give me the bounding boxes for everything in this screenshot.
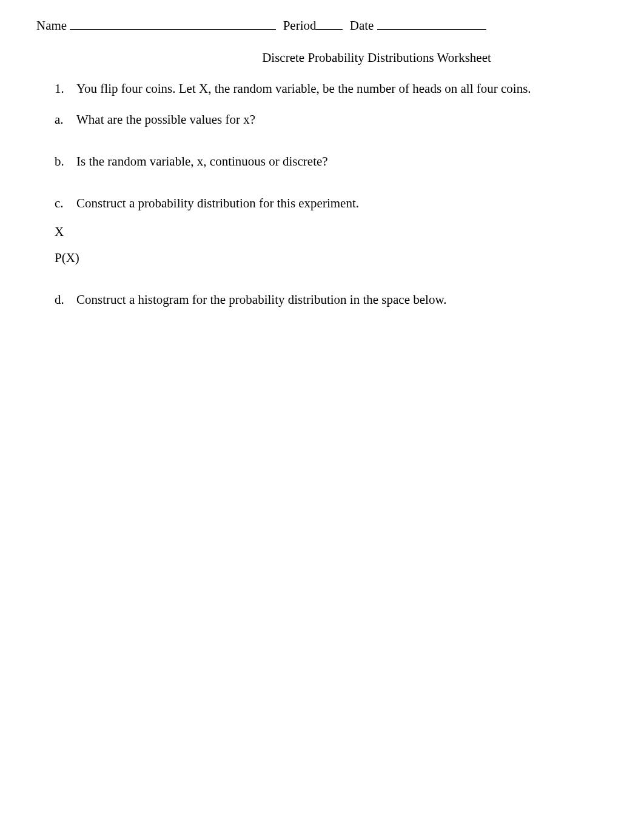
question-a-text: What are the possible values for x? (76, 112, 608, 127)
date-label: Date (350, 18, 374, 33)
question-d-marker: d. (55, 292, 76, 307)
header-line: Name Period Date (36, 18, 608, 33)
question-c-marker: c. (55, 196, 76, 211)
period-label: Period (283, 18, 317, 33)
question-a-marker: a. (55, 112, 76, 127)
name-label: Name (36, 18, 67, 33)
table-px-label: P(X) (55, 250, 608, 266)
question-d-text: Construct a histogram for the probabilit… (76, 292, 608, 307)
date-blank[interactable] (377, 19, 486, 30)
question-1-text: You flip four coins. Let X, the random v… (76, 81, 608, 96)
question-1-marker: 1. (55, 81, 76, 96)
question-1: 1. You flip four coins. Let X, the rando… (55, 81, 608, 96)
content-area: 1. You flip four coins. Let X, the rando… (36, 81, 608, 307)
question-c: c. Construct a probability distribution … (55, 196, 608, 211)
question-a: a. What are the possible values for x? (55, 112, 608, 127)
question-b-marker: b. (55, 154, 76, 169)
question-d: d. Construct a histogram for the probabi… (55, 292, 608, 307)
name-blank[interactable] (70, 19, 276, 30)
question-c-text: Construct a probability distribution for… (76, 196, 608, 211)
question-b-text: Is the random variable, x, continuous or… (76, 154, 608, 169)
worksheet-title: Discrete Probability Distributions Works… (36, 50, 608, 65)
period-blank[interactable] (316, 19, 343, 30)
table-x-label: X (55, 224, 608, 240)
question-b: b. Is the random variable, x, continuous… (55, 154, 608, 169)
